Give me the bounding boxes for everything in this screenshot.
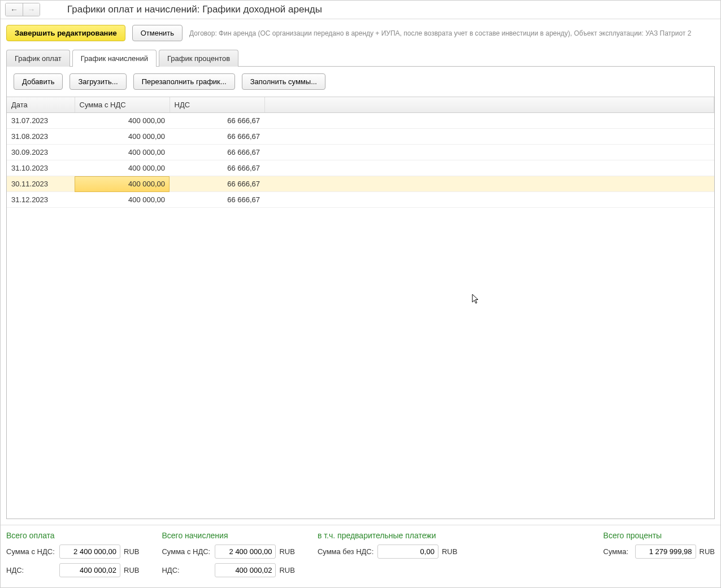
table-row[interactable]: 31.07.2023400 000,0066 666,67	[7, 113, 714, 129]
input-accrual-sum[interactable]	[215, 545, 276, 559]
footer-title-interest: Всего проценты	[603, 531, 715, 540]
footer-prepay: в т.ч. предварительные платежи Сумма без…	[318, 531, 457, 577]
cell-blank	[264, 113, 714, 129]
currency-label: RUB	[279, 566, 294, 574]
currency-label: RUB	[124, 547, 139, 556]
cell-blank	[264, 192, 714, 208]
refill-schedule-button[interactable]: Перезаполнить график...	[133, 73, 235, 90]
col-header-nds[interactable]: НДС	[170, 97, 264, 113]
cell-nds[interactable]: 66 666,67	[170, 192, 264, 208]
footer-total-accrual: Всего начисления Сумма с НДС: RUB НДС: R…	[162, 531, 294, 577]
cell-blank	[264, 160, 714, 176]
cell-nds[interactable]: 66 666,67	[170, 129, 264, 145]
currency-label: RUB	[279, 547, 294, 556]
arrow-left-icon: ←	[10, 5, 18, 14]
input-interest-sum[interactable]	[635, 545, 696, 559]
tabs: График оплатГрафик начисленийГрафик проц…	[1, 49, 720, 66]
input-prepay-sum[interactable]	[377, 545, 438, 559]
footer-total-interest: Всего проценты Сумма: RUB	[603, 531, 715, 577]
label-accrual-sum: Сумма с НДС:	[162, 547, 211, 556]
currency-label: RUB	[442, 547, 457, 556]
table-row[interactable]: 31.08.2023400 000,0066 666,67	[7, 129, 714, 145]
input-accrual-nds[interactable]	[215, 563, 276, 577]
currency-label: RUB	[124, 566, 139, 574]
cell-blank	[264, 129, 714, 145]
nav-back-button[interactable]: ←	[6, 3, 23, 16]
cell-date[interactable]: 30.11.2023	[7, 176, 75, 192]
arrow-right-icon: →	[28, 5, 36, 14]
add-button[interactable]: Добавить	[14, 73, 63, 90]
table-row[interactable]: 30.09.2023400 000,0066 666,67	[7, 145, 714, 160]
cell-date[interactable]: 31.12.2023	[7, 192, 75, 208]
cell-sum[interactable]: 400 000,00	[75, 176, 170, 192]
col-header-sum[interactable]: Сумма с НДС	[75, 97, 170, 113]
currency-label: RUB	[700, 547, 715, 556]
footer-title-accrual: Всего начисления	[162, 531, 294, 540]
page-title: Графики оплат и начислений: Графики дохо…	[67, 4, 322, 15]
fill-sums-button[interactable]: Заполнить суммы...	[242, 73, 325, 90]
footer-total-pay: Всего оплата Сумма с НДС: RUB НДС: RUB	[6, 531, 139, 577]
cell-date[interactable]: 31.07.2023	[7, 113, 75, 129]
cell-date[interactable]: 31.08.2023	[7, 129, 75, 145]
footer-totals: Всего оплата Сумма с НДС: RUB НДС: RUB В…	[1, 525, 720, 587]
cell-nds[interactable]: 66 666,67	[170, 113, 264, 129]
col-header-date[interactable]: Дата	[7, 97, 75, 113]
table-row[interactable]: 31.12.2023400 000,0066 666,67	[7, 192, 714, 208]
footer-title-prepay: в т.ч. предварительные платежи	[318, 531, 457, 540]
cell-date[interactable]: 31.10.2023	[7, 160, 75, 176]
nav-arrows: ← →	[5, 3, 40, 16]
actionbar: Завершить редактирование Отменить Догово…	[1, 19, 720, 49]
table-toolbar: Добавить Загрузить... Перезаполнить граф…	[7, 67, 714, 97]
finish-editing-button[interactable]: Завершить редактирование	[6, 25, 125, 41]
cell-nds[interactable]: 66 666,67	[170, 176, 264, 192]
cell-date[interactable]: 30.09.2023	[7, 145, 75, 160]
cell-nds[interactable]: 66 666,67	[170, 145, 264, 160]
table-row[interactable]: 30.11.2023400 000,0066 666,67	[7, 176, 714, 192]
cell-sum[interactable]: 400 000,00	[75, 160, 170, 176]
col-header-blank	[264, 97, 714, 113]
cell-blank	[264, 145, 714, 160]
nav-forward-button[interactable]: →	[23, 3, 40, 16]
label-pay-sum: Сумма с НДС:	[6, 547, 56, 556]
footer-title-pay: Всего оплата	[6, 531, 139, 540]
label-interest-sum: Сумма:	[603, 547, 632, 556]
cell-sum[interactable]: 400 000,00	[75, 113, 170, 129]
accrual-table: Дата Сумма с НДС НДС 31.07.2023400 000,0…	[7, 97, 714, 208]
cell-sum[interactable]: 400 000,00	[75, 145, 170, 160]
cancel-button[interactable]: Отменить	[132, 25, 183, 41]
cell-blank	[264, 176, 714, 192]
cell-sum[interactable]: 400 000,00	[75, 129, 170, 145]
tab-1[interactable]: График начислений	[72, 50, 157, 67]
label-pay-nds: НДС:	[6, 566, 56, 574]
label-accrual-nds: НДС:	[162, 566, 211, 574]
context-subtext: Договор: Фин аренда (ОС организации пере…	[189, 29, 691, 37]
table-row[interactable]: 31.10.2023400 000,0066 666,67	[7, 160, 714, 176]
tab-0[interactable]: График оплат	[6, 50, 70, 67]
tab-2[interactable]: График процентов	[159, 50, 238, 67]
cell-sum[interactable]: 400 000,00	[75, 192, 170, 208]
input-pay-sum[interactable]	[59, 545, 120, 559]
load-button[interactable]: Загрузить...	[70, 73, 126, 90]
titlebar: ← → Графики оплат и начислений: Графики …	[1, 1, 720, 19]
input-pay-nds[interactable]	[59, 563, 120, 577]
label-prepay-sum: Сумма без НДС:	[318, 547, 374, 556]
table-wrap[interactable]: Дата Сумма с НДС НДС 31.07.2023400 000,0…	[7, 97, 714, 519]
cell-nds[interactable]: 66 666,67	[170, 160, 264, 176]
tab-body: Добавить Загрузить... Перезаполнить граф…	[6, 66, 715, 519]
